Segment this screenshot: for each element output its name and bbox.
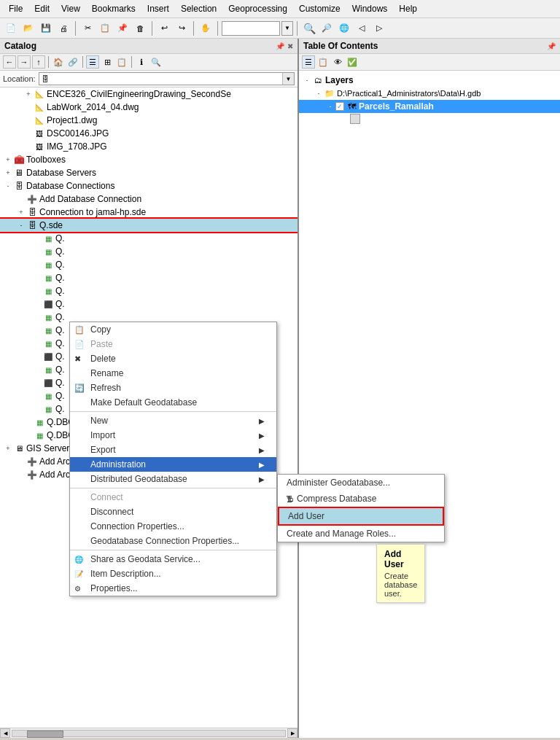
ctx-copy[interactable]: 📋 Copy — [70, 322, 276, 337]
tree-item-dbconn[interactable]: - 🗄 Database Connections — [0, 179, 298, 192]
scroll-left-btn[interactable]: ◀ — [0, 728, 10, 738]
ctx-distributed[interactable]: Distributed Geodatabase ▶ — [70, 472, 276, 486]
toc-layers-root[interactable]: - 🗂 Layers — [299, 74, 560, 87]
expander-ence[interactable]: + — [23, 90, 34, 98]
ctx-paste[interactable]: 📄 Paste — [70, 337, 276, 351]
menu-windows[interactable]: Windows — [346, 1, 394, 16]
delete-btn[interactable]: 🗑 — [132, 20, 148, 36]
scale-dropdown-btn[interactable]: ▼ — [281, 21, 293, 36]
expander-gisservers[interactable]: + — [3, 445, 13, 452]
menu-edit[interactable]: Edit — [28, 1, 55, 16]
zoom-out-btn[interactable]: 🔎 — [319, 20, 335, 36]
submenu-compressdb[interactable]: 🗜 Compress Database — [278, 491, 444, 507]
tree-item-toolboxes[interactable]: + 🧰 Toolboxes — [0, 153, 298, 166]
catalog-hscrollbar[interactable]: ◀ ▶ — [0, 728, 298, 738]
tree-item-adddb[interactable]: ➕ Add Database Connection — [0, 192, 298, 206]
expander-toolboxes[interactable]: + — [3, 156, 13, 163]
tree-item-q6[interactable]: ⬛ Q. — [0, 297, 298, 311]
layer-checkbox[interactable]: ✓ — [335, 102, 344, 111]
ctx-new[interactable]: New ▶ — [70, 413, 276, 428]
catalog-pin-btn[interactable]: 📌 — [276, 42, 284, 50]
tree-item-jamal[interactable]: + 🗄 Connection to jamal-hp.sde — [0, 206, 298, 219]
catalog-home-btn[interactable]: 🏠 — [52, 55, 65, 69]
new-map-btn[interactable]: 📄 — [3, 20, 19, 36]
catalog-up-btn[interactable]: ↑ — [32, 55, 45, 69]
menu-insert[interactable]: Insert — [141, 1, 175, 16]
location-input[interactable]: Q.sde — [51, 73, 282, 85]
print-btn[interactable]: 🖨 — [55, 20, 71, 36]
scroll-track[interactable] — [12, 730, 286, 737]
catalog-detail-view-btn[interactable]: 📋 — [115, 55, 128, 69]
toc-source-btn[interactable]: 📋 — [316, 55, 330, 69]
expander-datapath[interactable]: - — [314, 90, 324, 97]
scroll-thumb[interactable] — [27, 731, 63, 738]
ctx-geodbprops[interactable]: Geodatabase Connection Properties... — [70, 534, 276, 548]
full-extent-btn[interactable]: 🌐 — [336, 20, 352, 36]
zoom-prev-btn[interactable]: ◁ — [354, 20, 370, 36]
menu-bookmarks[interactable]: Bookmarks — [86, 1, 141, 16]
catalog-connect-btn[interactable]: 🔗 — [66, 55, 79, 69]
ctx-makedefault[interactable]: Make Default Geodatabase — [70, 395, 276, 410]
submenu-createmanage[interactable]: Create and Manage Roles... — [278, 526, 444, 542]
tree-item-q4[interactable]: ▦ Q. — [0, 271, 298, 284]
tree-item-q2[interactable]: ▦ Q. — [0, 245, 298, 258]
pan-btn[interactable]: ✋ — [198, 20, 214, 36]
catalog-forward-btn[interactable]: → — [18, 55, 31, 69]
scroll-right-btn[interactable]: ▶ — [287, 728, 298, 738]
tree-item-project1[interactable]: 📐 Project1.dwg — [0, 114, 298, 127]
toc-list-btn[interactable]: ☰ — [302, 55, 315, 69]
copy-btn[interactable]: 📋 — [97, 20, 113, 36]
toc-vis-btn[interactable]: 👁 — [331, 55, 344, 69]
ctx-shareasgeod[interactable]: 🌐 Share as Geodata Service... — [70, 552, 276, 566]
ctx-connprops[interactable]: Connection Properties... — [70, 519, 276, 534]
catalog-thumb-view-btn[interactable]: ⊞ — [101, 55, 114, 69]
cut-btn[interactable]: ✂ — [79, 20, 96, 36]
open-btn[interactable]: 📂 — [20, 20, 36, 36]
save-btn[interactable]: 💾 — [38, 20, 54, 36]
menu-help[interactable]: Help — [393, 1, 423, 16]
tree-item-labwork[interactable]: 📐 LabWork_2014_04.dwg — [0, 101, 298, 114]
paste-btn[interactable]: 📌 — [114, 20, 131, 36]
tree-item-qsde[interactable]: - 🗄 Q.sde — [0, 219, 298, 232]
ctx-delete[interactable]: ✖ Delete — [70, 351, 276, 366]
toc-layer-parcels[interactable]: - ✓ 🗺 Parcels_Ramallah — [299, 100, 560, 113]
tree-item-q1[interactable]: ▦ Q. — [0, 232, 298, 245]
redo-btn[interactable]: ↪ — [174, 20, 190, 36]
undo-btn[interactable]: ↩ — [156, 20, 172, 36]
menu-customize[interactable]: Customize — [293, 1, 346, 16]
submenu-adduser[interactable]: Add User — [278, 507, 444, 526]
tree-item-q5[interactable]: ▦ Q. — [0, 284, 298, 297]
ctx-connect[interactable]: Connect — [70, 490, 276, 505]
ctx-rename[interactable]: Rename — [70, 366, 276, 381]
ctx-import[interactable]: Import ▶ — [70, 428, 276, 443]
zoom-in-btn[interactable]: 🔍 — [301, 20, 317, 36]
expander-qsde[interactable]: - — [16, 222, 26, 229]
menu-view[interactable]: View — [55, 1, 86, 16]
expander-jamal[interactable]: + — [16, 209, 26, 216]
toc-pin-btn[interactable]: 📌 — [547, 42, 556, 50]
ctx-refresh[interactable]: 🔄 Refresh — [70, 381, 276, 395]
expander-layers[interactable]: - — [302, 77, 312, 84]
tree-item-img[interactable]: 🖼 IMG_1708.JPG — [0, 140, 298, 153]
tree-item-dsc[interactable]: 🖼 DSC00146.JPG — [0, 127, 298, 140]
scale-input[interactable]: 1:7.781 — [222, 21, 280, 36]
tree-item-dbservers[interactable]: + 🖥 Database Servers — [0, 166, 298, 179]
toc-sel-btn[interactable]: ✅ — [346, 55, 359, 69]
ctx-properties[interactable]: ⚙ Properties... — [70, 581, 276, 596]
menu-selection[interactable]: Selection — [175, 1, 222, 16]
catalog-list-view-btn[interactable]: ☰ — [86, 55, 99, 69]
submenu-admingeodb[interactable]: Administer Geodatabase... — [278, 475, 444, 491]
zoom-next-btn[interactable]: ▷ — [371, 20, 387, 36]
toc-datapath[interactable]: - 📁 D:\Practical1_Administrators\Data\H.… — [299, 87, 560, 100]
ctx-itemdesc[interactable]: 📝 Item Description... — [70, 566, 276, 581]
expander-dbconn[interactable]: - — [3, 182, 13, 190]
menu-geoprocessing[interactable]: Geoprocessing — [222, 1, 293, 16]
ctx-export[interactable]: Export ▶ — [70, 443, 276, 457]
catalog-close-btn[interactable]: ✖ — [287, 42, 293, 50]
location-dropdown-btn[interactable]: ▼ — [282, 73, 294, 85]
ctx-administration[interactable]: Administration ▶ — [70, 457, 276, 472]
tree-item-ence[interactable]: + 📐 ENCE326_CivilEngineeringDrawing_Seco… — [0, 87, 298, 101]
tree-item-q3[interactable]: ▦ Q. — [0, 258, 298, 271]
expander-parcels[interactable]: - — [325, 103, 335, 110]
expander-dbservers[interactable]: + — [3, 169, 13, 176]
